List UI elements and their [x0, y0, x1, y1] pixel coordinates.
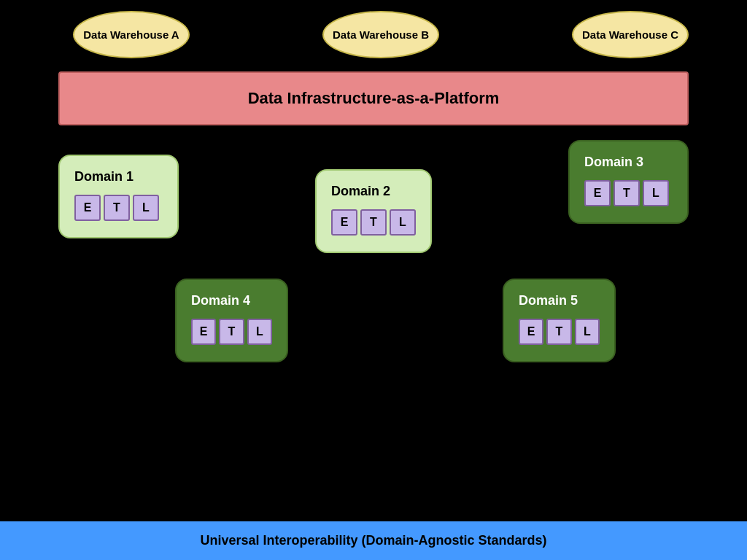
domain5-wrapper: Domain 5 E T L	[503, 279, 616, 362]
domain1-etl-row: E T L	[74, 195, 163, 221]
bottom-label: Universal Interoperability (Domain-Agnos…	[200, 533, 546, 548]
domain5-title: Domain 5	[519, 293, 600, 308]
domains-row-1: Domain 1 E T L Domain 2 E T L	[58, 140, 689, 264]
domain4-title: Domain 4	[191, 293, 272, 308]
domain3-etl-row: E T L	[584, 180, 673, 206]
main-container: Data Warehouse A Data Warehouse B Data W…	[0, 0, 747, 560]
infra-bar: Data Infrastructure-as-a-Platform	[58, 71, 689, 125]
domain4-etl-t: T	[219, 319, 244, 345]
domain5-etl-e: E	[519, 319, 543, 345]
domain5-box: Domain 5 E T L	[503, 279, 616, 362]
domain4-etl-l: L	[247, 319, 272, 345]
infra-label: Data Infrastructure-as-a-Platform	[248, 89, 500, 107]
domain4-etl-e: E	[191, 319, 216, 345]
domains-section: Domain 1 E T L Domain 2 E T L	[58, 140, 689, 395]
domain1-etl-t: T	[104, 195, 130, 221]
domain4-etl-row: E T L	[191, 319, 272, 345]
domain4-wrapper: Domain 4 E T L	[175, 279, 288, 362]
domain2-wrapper: Domain 2 E T L	[315, 169, 432, 253]
warehouses-row: Data Warehouse A Data Warehouse B Data W…	[29, 0, 718, 66]
domain5-etl-row: E T L	[519, 319, 600, 345]
warehouse-c: Data Warehouse C	[572, 11, 689, 58]
domain2-etl-t: T	[360, 209, 387, 236]
bottom-bar: Universal Interoperability (Domain-Agnos…	[0, 521, 747, 560]
domains-row-2: Domain 4 E T L Domain 5 E T L	[58, 271, 689, 395]
domain2-etl-e: E	[331, 209, 357, 236]
domain3-etl-t: T	[614, 180, 640, 206]
domain1-etl-e: E	[74, 195, 101, 221]
domain3-wrapper: Domain 3 E T L	[568, 140, 689, 224]
domain1-etl-l: L	[133, 195, 159, 221]
warehouse-c-label: Data Warehouse C	[582, 28, 678, 41]
domain3-etl-l: L	[643, 180, 669, 206]
domain1-box: Domain 1 E T L	[58, 155, 179, 238]
domain2-box: Domain 2 E T L	[315, 169, 432, 253]
domain3-etl-e: E	[584, 180, 611, 206]
domain4-box: Domain 4 E T L	[175, 279, 288, 362]
domain5-etl-l: L	[575, 319, 600, 345]
warehouse-b-label: Data Warehouse B	[333, 28, 429, 41]
domain2-etl-row: E T L	[331, 209, 416, 236]
warehouse-a-label: Data Warehouse A	[83, 28, 179, 41]
domain1-title: Domain 1	[74, 169, 163, 184]
warehouse-a: Data Warehouse A	[73, 11, 190, 58]
domain5-etl-t: T	[546, 319, 571, 345]
domain2-title: Domain 2	[331, 184, 416, 199]
domain1-wrapper: Domain 1 E T L	[58, 155, 179, 238]
domain3-box: Domain 3 E T L	[568, 140, 689, 224]
domain3-title: Domain 3	[584, 155, 673, 170]
warehouse-b: Data Warehouse B	[322, 11, 439, 58]
domain2-etl-l: L	[390, 209, 416, 236]
